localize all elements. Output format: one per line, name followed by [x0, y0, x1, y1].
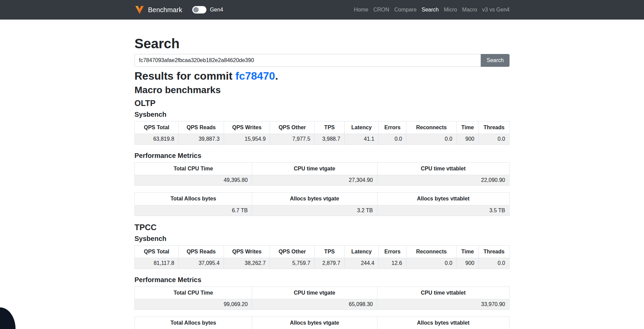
- brand-label: Benchmark: [148, 6, 182, 14]
- oltp-cpu-table: Total CPU Time CPU time vtgate CPU time …: [134, 162, 510, 186]
- table-header-cell: CPU time vtgate: [252, 162, 377, 175]
- table-cell: 65,098.30: [252, 299, 377, 310]
- table-cell: 99,069.20: [135, 299, 252, 310]
- table-cell: 3.5 TB: [377, 205, 510, 216]
- table-cell: 7,977.5: [270, 134, 315, 144]
- table-header-cell: Allocs bytes vttablet: [377, 193, 510, 205]
- gen4-toggle-group: Gen4: [192, 6, 223, 13]
- table-cell: 12.6: [378, 258, 406, 269]
- table-cell: 6.7 TB: [135, 205, 252, 216]
- vitess-logo-icon: [134, 5, 145, 15]
- search-button[interactable]: Search: [481, 54, 510, 67]
- table-header-cell: QPS Reads: [178, 245, 224, 258]
- navbar: Benchmark Gen4 Home CRON Compare Search …: [0, 0, 644, 20]
- table-header-cell: QPS Other: [270, 245, 315, 258]
- tpcc-cpu-table: Total CPU Time CPU time vtgate CPU time …: [134, 286, 510, 310]
- table-header-cell: Total Allocs bytes: [135, 317, 252, 329]
- navbar-container: Benchmark Gen4 Home CRON Compare Search …: [134, 5, 510, 15]
- oltp-perf-label: Performance Metrics: [134, 152, 510, 160]
- table-header-row: QPS Total QPS Reads QPS Writes QPS Other…: [135, 245, 510, 258]
- table-header-cell: QPS Total: [135, 245, 179, 258]
- table-header-cell: Threads: [479, 121, 510, 134]
- table-header-cell: Errors: [378, 121, 406, 134]
- table-cell: 49,395.80: [135, 175, 252, 185]
- oltp-section: OLTP Sysbench QPS Total QPS Reads QPS Wr…: [134, 99, 510, 216]
- table-header-cell: Time: [456, 245, 478, 258]
- nav-item-micro[interactable]: Micro: [444, 7, 457, 13]
- table-header-cell: QPS Total: [135, 121, 179, 134]
- table-cell: 900: [456, 134, 478, 144]
- table-cell: 900: [456, 258, 478, 269]
- table-header-cell: Allocs bytes vttablet: [377, 317, 510, 329]
- table-cell: 2,879.7: [315, 258, 345, 269]
- table-header-cell: QPS Reads: [178, 121, 224, 134]
- table-header-cell: Allocs bytes vtgate: [252, 193, 377, 205]
- table-cell: 0.0: [378, 134, 406, 144]
- table-cell: 63,819.8: [135, 134, 179, 144]
- table-header-cell: Latency: [345, 245, 379, 258]
- background-window-corner: [0, 307, 16, 329]
- toggle-knob: [193, 7, 199, 12]
- oltp-title: OLTP: [134, 99, 510, 108]
- results-heading-suffix: .: [275, 70, 278, 82]
- table-row: 81,117.8 37,095.4 38,262.7 5,759.7 2,879…: [135, 258, 510, 269]
- table-header-cell: CPU time vttablet: [377, 286, 510, 299]
- results-heading: Results for commit fc78470.: [134, 70, 510, 82]
- oltp-allocs-table: Total Allocs bytes Allocs bytes vtgate A…: [134, 192, 510, 216]
- table-cell: 15,954.9: [224, 134, 270, 144]
- oltp-sysbench-label: Sysbench: [134, 110, 510, 118]
- page-title: Search: [134, 35, 510, 52]
- table-cell: 3.2 TB: [252, 205, 377, 216]
- table-header-cell: Reconnects: [406, 121, 457, 134]
- table-header-cell: Threads: [479, 245, 510, 258]
- table-row: 63,819.8 39,887.3 15,954.9 7,977.5 3,988…: [135, 134, 510, 144]
- gen4-toggle[interactable]: [192, 6, 206, 13]
- search-form: Search: [134, 54, 510, 67]
- table-cell: 41.1: [345, 134, 379, 144]
- table-header-cell: CPU time vtgate: [252, 286, 377, 299]
- macro-benchmarks-title: Macro benchmarks: [134, 84, 510, 96]
- nav-item-macro[interactable]: Macro: [462, 7, 477, 13]
- table-header-cell: Total CPU Time: [135, 162, 252, 175]
- table-cell: 3,988.7: [315, 134, 345, 144]
- table-header-cell: TPS: [315, 121, 345, 134]
- table-header-cell: QPS Writes: [224, 245, 270, 258]
- table-cell: 38,262.7: [224, 258, 270, 269]
- table-header-cell: Total CPU Time: [135, 286, 252, 299]
- table-cell: 5,759.7: [270, 258, 315, 269]
- table-header-cell: CPU time vttablet: [377, 162, 510, 175]
- nav-links: Home CRON Compare Search Micro Macro v3 …: [354, 7, 510, 13]
- search-input[interactable]: [134, 54, 481, 67]
- table-row: 99,069.20 65,098.30 33,970.90: [135, 299, 510, 310]
- tpcc-section: TPCC Sysbench QPS Total QPS Reads QPS Wr…: [134, 223, 510, 329]
- brand[interactable]: Benchmark: [134, 5, 182, 15]
- nav-item-compare[interactable]: Compare: [394, 7, 417, 13]
- table-header-row: Total CPU Time CPU time vtgate CPU time …: [135, 286, 510, 299]
- table-header-cell: QPS Writes: [224, 121, 270, 134]
- tpcc-perf-label: Performance Metrics: [134, 276, 510, 284]
- table-cell: 22,090.90: [377, 175, 510, 185]
- table-cell: 244.4: [345, 258, 379, 269]
- table-header-cell: Errors: [378, 245, 406, 258]
- table-cell: 0.0: [479, 258, 510, 269]
- table-header-row: QPS Total QPS Reads QPS Writes QPS Other…: [135, 121, 510, 134]
- tpcc-allocs-table: Total Allocs bytes Allocs bytes vtgate A…: [134, 317, 510, 329]
- nav-item-home[interactable]: Home: [354, 7, 368, 13]
- table-header-cell: Reconnects: [406, 245, 457, 258]
- table-header-row: Total Allocs bytes Allocs bytes vtgate A…: [135, 317, 510, 329]
- nav-item-search[interactable]: Search: [422, 7, 439, 13]
- table-header-cell: QPS Other: [270, 121, 315, 134]
- commit-link[interactable]: fc78470: [236, 70, 275, 82]
- table-cell: 0.0: [406, 258, 457, 269]
- nav-item-cron[interactable]: CRON: [373, 7, 389, 13]
- gen4-toggle-label: Gen4: [210, 7, 223, 13]
- table-row: 49,395.80 27,304.90 22,090.90: [135, 175, 510, 185]
- table-cell: 33,970.90: [377, 299, 510, 310]
- table-cell: 0.0: [479, 134, 510, 144]
- tpcc-title: TPCC: [134, 223, 510, 232]
- nav-item-v3-vs-gen4[interactable]: v3 vs Gen4: [482, 7, 510, 13]
- table-cell: 27,304.90: [252, 175, 377, 185]
- table-header-cell: Time: [456, 121, 478, 134]
- tpcc-sysbench-label: Sysbench: [134, 235, 510, 243]
- results-heading-prefix: Results for commit: [134, 70, 236, 82]
